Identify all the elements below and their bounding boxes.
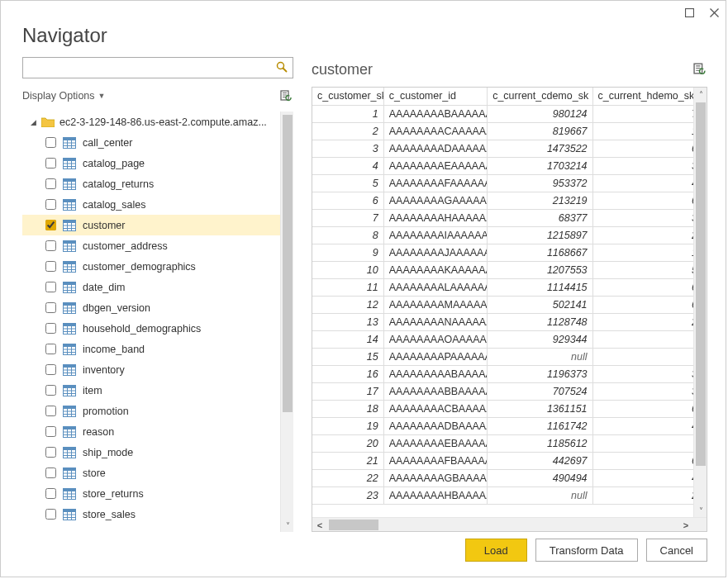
cell: 23 [312,486,383,504]
cancel-button[interactable]: Cancel [646,539,707,562]
tree-item-checkbox[interactable] [45,240,56,251]
column-header[interactable]: c_current_cdemo_sk [488,88,592,105]
tree-item-customer_demographics[interactable]: customer_demographics [22,256,280,277]
tree-item-date_dim[interactable]: date_dim [22,277,280,297]
table-row[interactable]: 21AAAAAAAAFBAAAAAA44269765 [312,452,707,469]
table-row[interactable]: 19AAAAAAAADBAAAAAA116174242 [312,417,707,434]
table-icon [63,509,76,520]
tree-item-checkbox[interactable] [45,178,56,189]
table-row[interactable]: 10AAAAAAAAKAAAAAAA120755351 [312,261,707,278]
table-row[interactable]: 6AAAAAAAAGAAAAAAA21321963 [312,192,707,209]
transform-data-button[interactable]: Transform Data [535,539,638,562]
table-row[interactable]: 4AAAAAAAAEAAAAAAA170321439 [312,157,707,174]
cell: AAAAAAAAEAAAAAAA [383,157,487,174]
cell: 1161742 [488,417,592,434]
tree-item-checkbox[interactable] [45,261,56,272]
table-row[interactable]: 2AAAAAAAACAAAAAAA81966714 [312,122,707,140]
tree-item-checkbox[interactable] [45,137,56,148]
tree-item-checkbox[interactable] [45,220,56,230]
table-row[interactable]: 22AAAAAAAAGBAAAAAA49049445 [312,469,707,486]
search-icon[interactable] [276,61,288,75]
load-button[interactable]: Load [465,539,527,562]
table-row[interactable]: 11AAAAAAAALAAAAAAA111441568 [312,278,707,296]
maximize-icon[interactable] [683,6,696,19]
tree-item-income_band[interactable]: income_band [22,339,280,359]
tree-item-checkbox[interactable] [45,158,56,168]
tree-item-catalog_page[interactable]: catalog_page [22,153,280,173]
preview-refresh-icon[interactable] [693,61,707,78]
column-header[interactable]: c_customer_id [383,88,487,105]
tree-item-dbgen_version[interactable]: dbgen_version [22,297,280,318]
tree-item-checkbox[interactable] [45,344,56,354]
grid-horizontal-scrollbar[interactable]: < > [312,517,707,531]
tree-item-checkbox[interactable] [45,447,56,458]
tree-item-store_returns[interactable]: store_returns [22,483,280,504]
table-row[interactable]: 12AAAAAAAAMAAAAAAA50214165 [312,296,707,313]
tree-item-checkbox[interactable] [45,426,56,437]
table-row[interactable]: 7AAAAAAAAHAAAAAAA6837732 [312,209,707,226]
tree-item-checkbox[interactable] [45,467,56,478]
tree-item-call_center[interactable]: call_center [22,132,280,153]
cell: 68 [592,278,707,296]
table-row[interactable]: 14AAAAAAAAOAAAAAAA9293448 [312,330,707,348]
cell: 1 [312,105,383,122]
tree-item-ship_mode[interactable]: ship_mode [22,442,280,463]
table-icon [63,344,76,355]
table-row[interactable]: 16AAAAAAAAABAAAAAA119637330 [312,365,707,382]
scroll-down-icon[interactable]: ˅ [281,519,293,532]
search-box[interactable] [22,57,293,78]
tree-item-checkbox[interactable] [45,406,56,416]
table-row[interactable]: 1AAAAAAAABAAAAAAA98012471 [312,105,707,122]
refresh-icon[interactable] [280,88,293,104]
grid-vertical-scrollbar[interactable]: ˄ ˅ [693,88,707,517]
tree-item-household_demographics[interactable]: household_demographics [22,318,280,339]
table-row[interactable]: 9AAAAAAAAJAAAAAAA116866714 [312,244,707,261]
tree-item-checkbox[interactable] [45,509,56,520]
search-input[interactable] [28,59,271,77]
table-row[interactable]: 15AAAAAAAAPAAAAAAAnull1 [312,348,707,365]
tree-item-customer_address[interactable]: customer_address [22,235,280,256]
scroll-left-icon[interactable]: < [312,518,327,532]
scroll-thumb[interactable] [696,102,706,466]
cell: 15 [312,348,383,365]
tree-item-catalog_sales[interactable]: catalog_sales [22,194,280,215]
tree-item-catalog_returns[interactable]: catalog_returns [22,173,280,194]
column-header[interactable]: c_current_hdemo_sk [592,88,707,105]
svg-rect-14 [64,240,76,244]
tree-scrollbar[interactable]: ˄ ˅ [280,112,293,532]
scroll-up-icon[interactable]: ˄ [694,88,707,101]
column-header[interactable]: c_customer_sk [312,88,383,105]
close-icon[interactable] [707,6,721,19]
tree-item-reason[interactable]: reason [22,421,280,442]
table-row[interactable]: 23AAAAAAAAHBAAAAAAnull21 [312,486,707,504]
table-row[interactable]: 17AAAAAAAABBAAAAAA70752438 [312,382,707,400]
cell: 3 [312,140,383,157]
table-row[interactable]: 3AAAAAAAADAAAAAAA147352262 [312,140,707,157]
scroll-thumb[interactable] [283,115,293,412]
display-options-dropdown[interactable]: Display Options ▼ [22,90,105,102]
table-row[interactable]: 5AAAAAAAAFAAAAAAA95337244 [312,174,707,192]
cell: 213219 [488,192,592,209]
table-row[interactable]: 20AAAAAAAAEBAAAAAA1185612 [312,434,707,452]
scroll-down-icon[interactable]: ˅ [694,504,707,517]
scroll-right-icon[interactable]: > [678,518,693,532]
tree-item-checkbox[interactable] [45,199,56,210]
table-row[interactable]: 13AAAAAAAANAAAAAAA112874827 [312,313,707,330]
tree-item-checkbox[interactable] [45,364,56,375]
tree-item-store[interactable]: store [22,463,280,483]
tree-item-promotion[interactable]: promotion [22,401,280,421]
table-row[interactable]: 8AAAAAAAAIAAAAAAA121589724 [312,226,707,244]
table-row[interactable]: 18AAAAAAAACBAAAAAA136115165 [312,400,707,417]
tree-item-checkbox[interactable] [45,282,56,292]
tree-item-checkbox[interactable] [45,302,56,313]
tree-root-node[interactable]: ◢ ec2-3-129-148-86.us-east-2.compute.ama… [22,112,280,132]
tree-item-item[interactable]: item [22,380,280,401]
tree-item-store_sales[interactable]: store_sales [22,504,280,524]
tree-item-customer[interactable]: customer [22,215,280,235]
scroll-thumb[interactable] [329,520,378,530]
tree-item-checkbox[interactable] [45,385,56,396]
tree-item-inventory[interactable]: inventory [22,359,280,380]
tree-item-checkbox[interactable] [45,323,56,334]
expand-collapse-icon[interactable]: ◢ [31,118,36,126]
tree-item-checkbox[interactable] [45,488,56,499]
